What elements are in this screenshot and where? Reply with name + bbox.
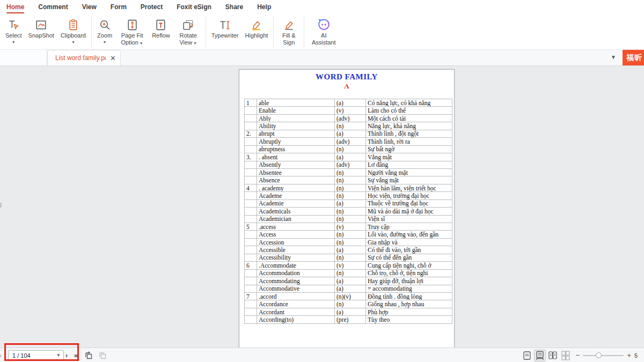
cell-pos: (a) [335, 200, 366, 207]
cell-number [245, 316, 257, 323]
table-row: Absence(n)Sự vắng mặt [245, 176, 452, 184]
cell-meaning: Mũ và áo dài mặ ở đại học [366, 208, 452, 215]
cell-pos: (n) [335, 231, 366, 238]
cell-meaning: Hay giúp đỡ, thuận lợi [366, 277, 452, 285]
single-page-view-icon[interactable] [521, 350, 533, 361]
typewriter-button[interactable]: Typewriter [208, 16, 242, 45]
page-number-input[interactable]: 1 / 104 ▼ [8, 350, 64, 361]
table-row: Accessible(a)Có thể đi vào, tới gần [245, 246, 452, 254]
table-row: 6.Accommodate(v)Cung cấp tiện nghi, chỗ … [245, 262, 452, 269]
section-letter: A [239, 82, 454, 91]
continuous-view-icon[interactable] [534, 350, 546, 361]
tab-overflow-icon[interactable]: ▼ [611, 54, 616, 60]
foxit-brand-badge[interactable]: 福昕 [623, 50, 644, 65]
facing-continuous-view-icon[interactable] [560, 350, 572, 361]
table-row: Academe(n)Học viện, trường đại học [245, 192, 452, 200]
cell-word: abruptness [257, 145, 335, 153]
cell-meaning: Sự vắng mặt [366, 176, 452, 184]
cell-word: Ably [257, 114, 335, 122]
facing-view-icon[interactable] [547, 350, 559, 361]
ai-assistant-button[interactable]: AI Assistant [306, 16, 341, 52]
cell-number [245, 269, 257, 277]
cell-pos: (a) [335, 246, 366, 254]
cell-pos: (n) [335, 269, 366, 277]
table-row: 5.access(v)Truy cập [245, 223, 452, 231]
menu-item-share[interactable]: Share [225, 0, 243, 14]
toolbar-group: Fill & Sign [275, 14, 303, 49]
cell-meaning: Một cách có tài [366, 114, 452, 122]
page-fit-icon [126, 17, 139, 32]
cell-number [245, 168, 257, 176]
menu-item-home[interactable]: Home [6, 0, 24, 14]
cell-meaning: = accommodating [366, 285, 452, 292]
table-row: Ably(adv)Một cách có tài [245, 114, 452, 122]
toolbar-separator [273, 16, 274, 47]
reflow-button[interactable]: Reflow [149, 16, 173, 45]
table-row: Accommodative(a)= accommodating [245, 285, 452, 292]
last-page-icon[interactable]: » [72, 352, 79, 359]
chevron-down-icon[interactable]: ▼ [56, 353, 61, 358]
toolbar-separator [304, 16, 304, 47]
table-row: Absently(adv)Lơ đãng [245, 161, 452, 168]
sidebar-collapse-handle[interactable] [0, 203, 2, 208]
cell-pos: (a) [335, 308, 366, 315]
table-row: abruptness(n)Sự bất ngờ [245, 145, 452, 153]
close-icon[interactable]: ✕ [110, 55, 116, 62]
menu-item-protect[interactable]: Protect [141, 0, 163, 14]
zoom-button[interactable]: Zoom▼ [94, 16, 115, 45]
cell-number [245, 107, 257, 114]
menu-item-help[interactable]: Help [257, 0, 271, 14]
cell-word: Academician [257, 215, 335, 223]
zoom-out-button[interactable]: − [573, 351, 583, 359]
table-row: Accordant(a)Phù hợp [245, 308, 452, 315]
toolbar-group: Select▼SnapShotClipboard▼ [1, 14, 90, 49]
cell-meaning: Giống nhau , hợp nhau [366, 300, 452, 308]
table-row: Academie(a)Thuộc về trường đại học [245, 200, 452, 207]
menu-item-comment[interactable]: Comment [38, 0, 68, 14]
zoom-slider-handle[interactable] [596, 352, 602, 358]
rotate-view-icon [181, 17, 195, 32]
menu-item-view[interactable]: View [82, 0, 97, 14]
fill-sign-icon [282, 17, 296, 32]
snapshot-icon [34, 17, 48, 32]
cell-pos: (a) [335, 277, 366, 285]
cell-meaning: Chỗ trọ, chỗ ở, tiện nghi [366, 269, 452, 277]
cell-meaning: Viện sĩ [366, 215, 452, 223]
toolbar-group: AI Assistant [305, 14, 342, 49]
page-fit-button[interactable]: Page Fit Option▼ [115, 16, 149, 52]
table-row: 3.. absent(a)Vắng mặt [245, 153, 452, 161]
previous-view-icon[interactable] [84, 351, 93, 360]
reflow-icon [154, 17, 167, 32]
cell-pos: (a) [335, 99, 366, 107]
clipboard-icon [67, 17, 80, 32]
zoom-slider[interactable] [583, 355, 624, 356]
next-page-icon[interactable]: › [64, 352, 69, 359]
document-viewport[interactable]: WORD FAMILY A 1able(a)Có năng lực, có kh… [0, 65, 644, 348]
previous-page-icon[interactable]: ‹ [0, 352, 3, 359]
cell-pos: (n) [335, 300, 366, 308]
highlight-button[interactable]: Highlight [242, 16, 272, 45]
menu-item-form[interactable]: Form [111, 0, 127, 14]
next-view-icon[interactable] [98, 351, 107, 360]
cell-number: 7 [245, 292, 257, 300]
cell-number: 3. [245, 153, 257, 161]
menu-item-foxit-esign[interactable]: Foxit eSign [177, 0, 211, 14]
table-row: According(to)(pre)Tùy theo [245, 316, 452, 323]
word-family-table: 1able(a)Có năng lực, có khả năngEnable(v… [244, 99, 452, 324]
tab-list-word-family[interactable]: List word family.pdf ✕ [47, 50, 121, 65]
select-button[interactable]: Select▼ [2, 16, 25, 45]
cell-word: Academicals [257, 208, 335, 215]
cell-meaning: Vắng mặt [366, 153, 452, 161]
rotate-view-button[interactable]: Rotate View▼ [173, 16, 203, 52]
zoom-in-button[interactable]: + [624, 351, 634, 359]
fill-sign-button[interactable]: Fill & Sign [276, 16, 302, 52]
cell-meaning: Đồng tình . đồng lòng [366, 292, 452, 300]
toolbar-button-label: Fill & Sign [279, 32, 298, 46]
table-row: Accession(n)Gia nhập và [245, 238, 452, 246]
cell-word: Accommodation [257, 269, 335, 277]
cell-pos: (n) [335, 192, 366, 200]
toolbar-button-label: Clipboard [61, 32, 86, 39]
snapshot-button[interactable]: SnapShot [25, 16, 57, 45]
cell-pos: (v) [335, 223, 366, 231]
clipboard-button[interactable]: Clipboard▼ [57, 16, 89, 45]
